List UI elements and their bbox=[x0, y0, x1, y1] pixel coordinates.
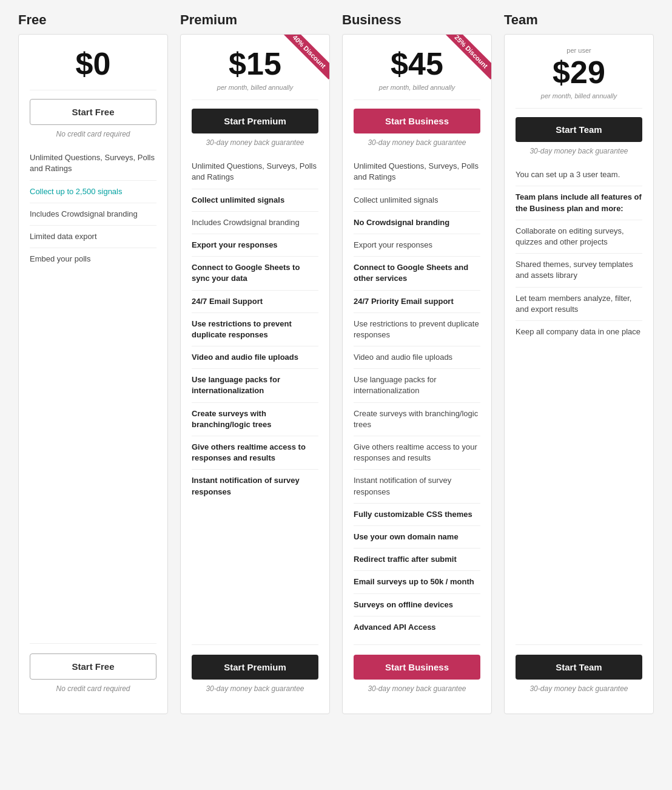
feature-item-business-13: Use your own domain name bbox=[354, 526, 480, 549]
feature-item-business-14: Redirect traffic after submit bbox=[354, 549, 480, 571]
btn-bottom-premium[interactable]: Start Premium bbox=[192, 655, 318, 680]
feature-item-business-12: Fully customizable CSS themes bbox=[354, 504, 480, 526]
discount-ribbon-premium: 40% Discount bbox=[275, 35, 329, 89]
feature-item-business-5: 24/7 Priority Email support bbox=[354, 291, 480, 313]
plan-card-free: $0Start FreeNo credit card requiredUnlim… bbox=[18, 34, 168, 714]
guarantee-bottom-business: 30-day money back guarantee bbox=[354, 684, 480, 693]
feature-item-business-11: Instant notification of survey responses bbox=[354, 470, 480, 503]
feature-item-premium-3: Export your responses bbox=[192, 234, 318, 257]
bottom-cta-premium: Start Premium30-day money back guarantee bbox=[192, 644, 318, 701]
price-period-team: per month, billed annually bbox=[516, 92, 642, 100]
plan-column-team: Teamper user$29per month, billed annuall… bbox=[498, 12, 660, 714]
feature-item-premium-4: Connect to Google Sheets to sync your da… bbox=[192, 257, 318, 290]
btn-bottom-free[interactable]: Start Free bbox=[30, 653, 156, 680]
guarantee-top-free: No credit card required bbox=[30, 130, 156, 138]
price-section-free: $0 bbox=[30, 47, 156, 90]
discount-label-premium: 40% Discount bbox=[281, 35, 329, 79]
guarantee-bottom-team: 30-day money back guarantee bbox=[516, 684, 642, 693]
price-section-team: per user$29per month, billed annually bbox=[516, 47, 642, 109]
features-list-free: Unlimited Questions, Surveys, Polls and … bbox=[30, 147, 156, 392]
feature-item-business-7: Video and audio file uploads bbox=[354, 346, 480, 369]
btn-top-free[interactable]: Start Free bbox=[30, 99, 156, 125]
feature-item-business-16: Surveys on offline devices bbox=[354, 594, 480, 616]
feature-item-premium-9: Create surveys with branching/logic tree… bbox=[192, 403, 318, 436]
feature-item-free-1[interactable]: Collect up to 2,500 signals bbox=[30, 181, 156, 203]
btn-top-team[interactable]: Start Team bbox=[516, 117, 642, 142]
plan-card-team: per user$29per month, billed annuallySta… bbox=[504, 34, 654, 714]
plan-column-free: Free$0Start FreeNo credit card requiredU… bbox=[12, 12, 174, 714]
btn-top-business[interactable]: Start Business bbox=[354, 109, 480, 133]
features-list-team: You can set up a 3 user team.Team plans … bbox=[516, 164, 642, 401]
feature-item-premium-5: 24/7 Email Support bbox=[192, 291, 318, 313]
guarantee-bottom-premium: 30-day money back guarantee bbox=[192, 684, 318, 693]
bottom-cta-free: Start FreeNo credit card required bbox=[30, 643, 156, 701]
plan-title-free: Free bbox=[18, 12, 168, 28]
guarantee-bottom-free: No credit card required bbox=[30, 684, 156, 693]
plan-card-premium: 40% Discount$15per month, billed annuall… bbox=[180, 34, 330, 714]
feature-item-business-1: Collect unlimited signals bbox=[354, 189, 480, 212]
feature-item-free-0: Unlimited Questions, Surveys, Polls and … bbox=[30, 147, 156, 180]
team-feature-item-3: Shared themes, survey templates and asse… bbox=[516, 254, 642, 287]
feature-item-premium-1: Collect unlimited signals bbox=[192, 189, 318, 212]
feature-item-premium-10: Give others realtime access to responses… bbox=[192, 436, 318, 470]
feature-item-premium-8: Use language packs for internationalizat… bbox=[192, 369, 318, 402]
discount-ribbon-business: 25% Discount bbox=[437, 35, 491, 89]
btn-top-premium[interactable]: Start Premium bbox=[192, 109, 318, 133]
feature-item-business-10: Give others realtime access to your resp… bbox=[354, 436, 480, 470]
team-feature-item-5: Keep all company data in one place bbox=[516, 321, 642, 343]
feature-item-business-0: Unlimited Questions, Surveys, Polls and … bbox=[354, 155, 480, 189]
feature-item-business-3: Export your responses bbox=[354, 234, 480, 257]
feature-item-free-3: Limited data export bbox=[30, 226, 156, 248]
team-feature-item-4: Let team members analyze, filter, and ex… bbox=[516, 288, 642, 321]
feature-item-premium-2: Includes Crowdsignal branding bbox=[192, 212, 318, 234]
feature-item-premium-0: Unlimited Questions, Surveys, Polls and … bbox=[192, 155, 318, 189]
plan-column-business: Business25% Discount$45per month, billed… bbox=[336, 12, 498, 714]
bottom-cta-business: Start Business30-day money back guarante… bbox=[354, 644, 480, 701]
features-list-business: Unlimited Questions, Surveys, Polls and … bbox=[354, 155, 480, 638]
discount-label-business: 25% Discount bbox=[443, 35, 491, 79]
btn-bottom-business[interactable]: Start Business bbox=[354, 655, 480, 680]
feature-item-free-2: Includes Crowdsignal branding bbox=[30, 203, 156, 226]
plan-column-premium: Premium40% Discount$15per month, billed … bbox=[174, 12, 336, 714]
feature-item-premium-6: Use restrictions to prevent duplicate re… bbox=[192, 313, 318, 346]
price-main-free: $0 bbox=[30, 47, 156, 81]
team-feature-item-0: You can set up a 3 user team. bbox=[516, 164, 642, 186]
feature-item-free-4: Embed your polls bbox=[30, 248, 156, 270]
plan-title-business: Business bbox=[342, 12, 492, 28]
plan-card-business: 25% Discount$45per month, billed annuall… bbox=[342, 34, 492, 714]
feature-item-premium-11: Instant notification of survey responses bbox=[192, 470, 318, 502]
feature-item-business-17: Advanced API Access bbox=[354, 616, 480, 638]
plan-title-team: Team bbox=[504, 12, 654, 28]
guarantee-top-premium: 30-day money back guarantee bbox=[192, 138, 318, 147]
per-user-label-team: per user bbox=[516, 47, 642, 54]
team-feature-item-1: Team plans include all features of the B… bbox=[516, 186, 642, 220]
feature-item-business-9: Create surveys with branching/logic tree… bbox=[354, 403, 480, 436]
feature-item-business-8: Use language packs for internationalizat… bbox=[354, 369, 480, 402]
price-main-team: $29 bbox=[516, 55, 642, 90]
feature-item-business-15: Email surveys up to 50k / month bbox=[354, 571, 480, 593]
pricing-grid: Free$0Start FreeNo credit card requiredU… bbox=[12, 12, 660, 714]
plan-title-premium: Premium bbox=[180, 12, 330, 28]
guarantee-top-business: 30-day money back guarantee bbox=[354, 138, 480, 147]
feature-item-business-4: Connect to Google Sheets and other servi… bbox=[354, 257, 480, 290]
guarantee-top-team: 30-day money back guarantee bbox=[516, 147, 642, 155]
bottom-cta-team: Start Team30-day money back guarantee bbox=[516, 644, 642, 701]
feature-item-business-6: Use restrictions to prevent duplicate re… bbox=[354, 313, 480, 346]
feature-item-premium-7: Video and audio file uploads bbox=[192, 346, 318, 369]
feature-item-business-2: No Crowdsignal branding bbox=[354, 212, 480, 234]
features-list-premium: Unlimited Questions, Surveys, Polls and … bbox=[192, 155, 318, 503]
team-feature-item-2: Collaborate on editing surveys, quizzes … bbox=[516, 220, 642, 254]
btn-bottom-team[interactable]: Start Team bbox=[516, 655, 642, 680]
